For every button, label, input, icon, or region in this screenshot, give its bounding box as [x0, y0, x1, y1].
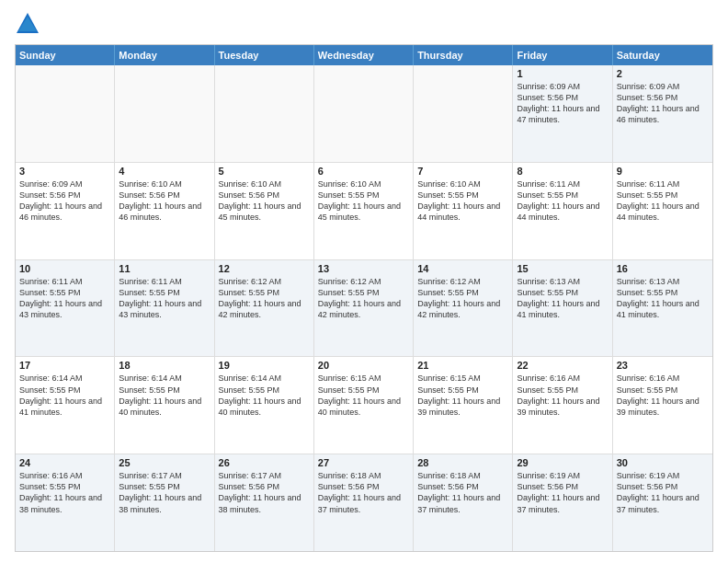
day-number: 5	[219, 166, 310, 177]
cal-cell-11: 11Sunrise: 6:11 AM Sunset: 5:55 PM Dayli…	[115, 260, 214, 357]
cal-cell-27: 27Sunrise: 6:18 AM Sunset: 5:56 PM Dayli…	[314, 454, 414, 551]
cal-cell-20: 20Sunrise: 6:15 AM Sunset: 5:55 PM Dayli…	[314, 357, 414, 454]
day-number: 11	[119, 263, 210, 274]
day-info: Sunrise: 6:14 AM Sunset: 5:55 PM Dayligh…	[119, 373, 210, 418]
day-info: Sunrise: 6:11 AM Sunset: 5:55 PM Dayligh…	[119, 276, 210, 321]
day-number: 26	[219, 457, 310, 468]
cal-cell-1: 1Sunrise: 6:09 AM Sunset: 5:56 PM Daylig…	[513, 65, 612, 162]
day-number: 21	[417, 360, 508, 371]
cal-cell-23: 23Sunrise: 6:16 AM Sunset: 5:55 PM Dayli…	[613, 357, 712, 454]
cal-cell-14: 14Sunrise: 6:12 AM Sunset: 5:55 PM Dayli…	[414, 260, 513, 357]
day-number: 10	[19, 263, 110, 274]
cal-cell-5: 5Sunrise: 6:10 AM Sunset: 5:56 PM Daylig…	[215, 163, 314, 259]
day-number: 2	[617, 68, 709, 79]
day-info: Sunrise: 6:13 AM Sunset: 5:55 PM Dayligh…	[517, 276, 608, 321]
day-info: Sunrise: 6:13 AM Sunset: 5:55 PM Dayligh…	[617, 276, 709, 321]
calendar-body: 1Sunrise: 6:09 AM Sunset: 5:56 PM Daylig…	[16, 65, 712, 551]
cal-cell-empty-0-1	[115, 65, 214, 162]
day-number: 24	[19, 457, 110, 468]
day-number: 17	[19, 360, 110, 371]
day-number: 7	[417, 166, 508, 177]
day-number: 27	[318, 457, 409, 468]
calendar-row-1: 1Sunrise: 6:09 AM Sunset: 5:56 PM Daylig…	[16, 65, 712, 163]
cal-cell-6: 6Sunrise: 6:10 AM Sunset: 5:55 PM Daylig…	[314, 163, 414, 259]
day-info: Sunrise: 6:11 AM Sunset: 5:55 PM Dayligh…	[517, 178, 608, 224]
page: SundayMondayTuesdayWednesdayThursdayFrid…	[0, 0, 728, 563]
day-info: Sunrise: 6:10 AM Sunset: 5:56 PM Dayligh…	[119, 178, 210, 224]
day-info: Sunrise: 6:11 AM Sunset: 5:55 PM Dayligh…	[19, 276, 110, 321]
header-day-thursday: Thursday	[414, 45, 513, 65]
calendar-row-5: 24Sunrise: 6:16 AM Sunset: 5:55 PM Dayli…	[16, 454, 712, 551]
day-number: 1	[517, 68, 608, 79]
day-number: 15	[517, 263, 608, 274]
logo-icon	[15, 11, 40, 37]
day-number: 20	[318, 360, 409, 371]
cal-cell-12: 12Sunrise: 6:12 AM Sunset: 5:55 PM Dayli…	[215, 260, 314, 357]
day-info: Sunrise: 6:10 AM Sunset: 5:56 PM Dayligh…	[219, 178, 310, 224]
day-number: 9	[617, 166, 709, 177]
cal-cell-empty-0-0	[16, 65, 115, 162]
header	[15, 11, 713, 37]
day-info: Sunrise: 6:12 AM Sunset: 5:55 PM Dayligh…	[417, 276, 508, 321]
cal-cell-10: 10Sunrise: 6:11 AM Sunset: 5:55 PM Dayli…	[16, 260, 115, 357]
day-info: Sunrise: 6:15 AM Sunset: 5:55 PM Dayligh…	[417, 373, 508, 418]
day-number: 29	[517, 457, 608, 468]
cal-cell-3: 3Sunrise: 6:09 AM Sunset: 5:56 PM Daylig…	[16, 163, 115, 259]
day-info: Sunrise: 6:12 AM Sunset: 5:55 PM Dayligh…	[219, 276, 310, 321]
day-number: 22	[517, 360, 608, 371]
cal-cell-16: 16Sunrise: 6:13 AM Sunset: 5:55 PM Dayli…	[613, 260, 712, 357]
day-number: 28	[417, 457, 508, 468]
calendar-row-3: 10Sunrise: 6:11 AM Sunset: 5:55 PM Dayli…	[16, 260, 712, 358]
day-number: 8	[517, 166, 608, 177]
header-day-friday: Friday	[513, 45, 612, 65]
cal-cell-4: 4Sunrise: 6:10 AM Sunset: 5:56 PM Daylig…	[115, 163, 214, 259]
cal-cell-22: 22Sunrise: 6:16 AM Sunset: 5:55 PM Dayli…	[513, 357, 612, 454]
day-info: Sunrise: 6:18 AM Sunset: 5:56 PM Dayligh…	[318, 470, 409, 515]
calendar: SundayMondayTuesdayWednesdayThursdayFrid…	[15, 44, 713, 552]
cal-cell-26: 26Sunrise: 6:17 AM Sunset: 5:56 PM Dayli…	[215, 454, 314, 551]
calendar-header: SundayMondayTuesdayWednesdayThursdayFrid…	[16, 45, 712, 65]
day-info: Sunrise: 6:18 AM Sunset: 5:56 PM Dayligh…	[417, 470, 508, 515]
cal-cell-2: 2Sunrise: 6:09 AM Sunset: 5:56 PM Daylig…	[613, 65, 712, 162]
cal-cell-25: 25Sunrise: 6:17 AM Sunset: 5:55 PM Dayli…	[115, 454, 214, 551]
day-info: Sunrise: 6:11 AM Sunset: 5:55 PM Dayligh…	[617, 178, 709, 224]
cal-cell-15: 15Sunrise: 6:13 AM Sunset: 5:55 PM Dayli…	[513, 260, 612, 357]
cal-cell-13: 13Sunrise: 6:12 AM Sunset: 5:55 PM Dayli…	[314, 260, 414, 357]
day-number: 12	[219, 263, 310, 274]
day-info: Sunrise: 6:09 AM Sunset: 5:56 PM Dayligh…	[617, 81, 709, 126]
cal-cell-19: 19Sunrise: 6:14 AM Sunset: 5:55 PM Dayli…	[215, 357, 314, 454]
cal-cell-21: 21Sunrise: 6:15 AM Sunset: 5:55 PM Dayli…	[414, 357, 513, 454]
cal-cell-8: 8Sunrise: 6:11 AM Sunset: 5:55 PM Daylig…	[513, 163, 612, 259]
day-number: 25	[119, 457, 210, 468]
day-number: 18	[119, 360, 210, 371]
day-number: 30	[617, 457, 709, 468]
day-info: Sunrise: 6:09 AM Sunset: 5:56 PM Dayligh…	[517, 81, 608, 126]
day-number: 14	[417, 263, 508, 274]
header-day-wednesday: Wednesday	[314, 45, 414, 65]
day-info: Sunrise: 6:15 AM Sunset: 5:55 PM Dayligh…	[318, 373, 409, 418]
svg-marker-1	[18, 17, 37, 31]
cal-cell-empty-0-2	[215, 65, 314, 162]
header-day-monday: Monday	[115, 45, 214, 65]
cal-cell-30: 30Sunrise: 6:19 AM Sunset: 5:56 PM Dayli…	[613, 454, 712, 551]
cal-cell-empty-0-4	[414, 65, 513, 162]
cal-cell-empty-0-3	[314, 65, 414, 162]
day-info: Sunrise: 6:10 AM Sunset: 5:55 PM Dayligh…	[318, 178, 409, 224]
day-info: Sunrise: 6:16 AM Sunset: 5:55 PM Dayligh…	[517, 373, 608, 418]
cal-cell-17: 17Sunrise: 6:14 AM Sunset: 5:55 PM Dayli…	[16, 357, 115, 454]
day-info: Sunrise: 6:10 AM Sunset: 5:55 PM Dayligh…	[417, 178, 508, 224]
calendar-row-2: 3Sunrise: 6:09 AM Sunset: 5:56 PM Daylig…	[16, 163, 712, 260]
day-info: Sunrise: 6:16 AM Sunset: 5:55 PM Dayligh…	[19, 470, 110, 515]
day-number: 16	[617, 263, 709, 274]
day-info: Sunrise: 6:14 AM Sunset: 5:55 PM Dayligh…	[19, 373, 110, 418]
day-info: Sunrise: 6:19 AM Sunset: 5:56 PM Dayligh…	[617, 470, 709, 515]
day-info: Sunrise: 6:14 AM Sunset: 5:55 PM Dayligh…	[219, 373, 310, 418]
day-info: Sunrise: 6:12 AM Sunset: 5:55 PM Dayligh…	[318, 276, 409, 321]
day-info: Sunrise: 6:19 AM Sunset: 5:56 PM Dayligh…	[517, 470, 608, 515]
cal-cell-9: 9Sunrise: 6:11 AM Sunset: 5:55 PM Daylig…	[613, 163, 712, 259]
day-number: 4	[119, 166, 210, 177]
day-info: Sunrise: 6:17 AM Sunset: 5:55 PM Dayligh…	[119, 470, 210, 515]
day-info: Sunrise: 6:09 AM Sunset: 5:56 PM Dayligh…	[19, 178, 110, 224]
cal-cell-24: 24Sunrise: 6:16 AM Sunset: 5:55 PM Dayli…	[16, 454, 115, 551]
cal-cell-28: 28Sunrise: 6:18 AM Sunset: 5:56 PM Dayli…	[414, 454, 513, 551]
